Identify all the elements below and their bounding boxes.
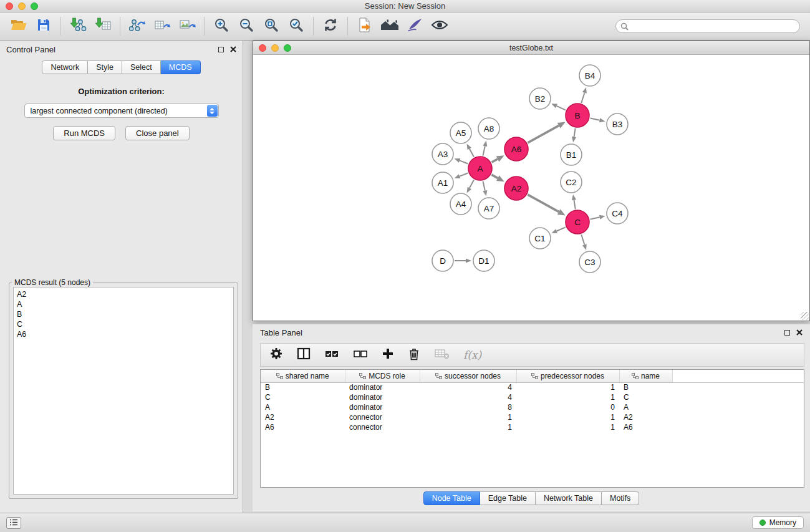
minimize-window-button[interactable] [18, 2, 26, 10]
network-canvas[interactable]: B4B2BB3A5A8A6B1A3AC2A1A2A4A7C4CC1C3DD1 [253, 55, 809, 321]
close-table-panel-icon[interactable] [796, 327, 803, 338]
graph-node-D1[interactable]: D1 [473, 250, 494, 271]
cell-name[interactable]: A [619, 402, 672, 412]
column-header-MCDS-role[interactable]: MCDS role [345, 370, 420, 382]
zoom-window-button[interactable] [31, 2, 38, 10]
import-table-from-file-button[interactable] [90, 15, 115, 37]
close-panel-icon[interactable] [230, 44, 236, 55]
graph-node-C4[interactable]: C4 [607, 203, 628, 224]
cell-predecessor-nodes[interactable]: 1 [516, 382, 619, 392]
graph-node-C1[interactable]: C1 [529, 228, 551, 249]
show-network-overview-button[interactable] [377, 15, 402, 37]
graph-node-B2[interactable]: B2 [529, 88, 551, 109]
graph-node-A3[interactable]: A3 [432, 143, 453, 165]
column-header-predecessor-nodes[interactable]: predecessor nodes [516, 370, 619, 382]
cell-successor-nodes[interactable]: 4 [420, 382, 516, 392]
function-builder-button[interactable]: f(x) [463, 349, 481, 361]
cell-shared-name[interactable]: A2 [261, 412, 345, 422]
column-header-successor-nodes[interactable]: successor nodes [420, 370, 516, 382]
graph-node-A[interactable]: A [468, 157, 492, 180]
column-header-name[interactable]: name [619, 370, 672, 382]
network-zoom-button[interactable] [284, 44, 291, 52]
zoom-in-button[interactable] [209, 15, 234, 37]
cell-shared-name[interactable]: B [261, 382, 345, 392]
delete-column-button[interactable] [408, 347, 420, 363]
export-table-button[interactable] [150, 15, 175, 37]
choose-columns-button[interactable] [297, 347, 311, 362]
cell-successor-nodes[interactable]: 4 [420, 392, 516, 402]
table-row[interactable]: A6connector11A6 [261, 422, 804, 432]
show-hide-panel-button[interactable] [427, 15, 452, 37]
export-image-button[interactable] [175, 15, 200, 37]
graph-node-A1[interactable]: A1 [432, 172, 453, 193]
tab-network-table[interactable]: Network Table [536, 491, 602, 505]
open-recent-session-button[interactable] [352, 15, 377, 37]
tab-select[interactable]: Select [122, 60, 161, 74]
graph-node-B1[interactable]: B1 [561, 144, 582, 165]
column-header-shared-name[interactable]: shared name [261, 370, 345, 382]
cell-predecessor-nodes[interactable]: 1 [516, 392, 619, 402]
deselect-all-rows-button[interactable] [353, 348, 368, 362]
node-table[interactable]: shared nameMCDS rolesuccessor nodesprede… [260, 369, 804, 488]
cell-predecessor-nodes[interactable]: 1 [516, 412, 619, 422]
result-list-item[interactable]: C [17, 319, 230, 329]
table-row[interactable]: Adominator80A [261, 402, 804, 412]
tab-motifs[interactable]: Motifs [602, 491, 639, 505]
graph-node-B3[interactable]: B3 [607, 114, 628, 135]
cell-successor-nodes[interactable]: 1 [420, 422, 516, 432]
cell-shared-name[interactable]: C [261, 392, 345, 402]
graph-node-A6[interactable]: A6 [504, 137, 528, 161]
result-list-item[interactable]: B [17, 309, 230, 319]
tab-edge-table[interactable]: Edge Table [480, 491, 536, 505]
graph-node-D[interactable]: D [432, 250, 453, 271]
result-list-item[interactable]: A2 [17, 289, 230, 299]
cell-shared-name[interactable]: A [261, 402, 345, 412]
graph-node-A5[interactable]: A5 [450, 122, 471, 143]
graph-node-C2[interactable]: C2 [561, 172, 582, 193]
memory-button[interactable]: Memory [752, 516, 804, 529]
task-history-button[interactable] [6, 517, 21, 529]
graph-node-A4[interactable]: A4 [450, 193, 471, 215]
cell-predecessor-nodes[interactable]: 1 [516, 422, 619, 432]
graph-node-A7[interactable]: A7 [478, 198, 499, 219]
tab-network[interactable]: Network [42, 60, 88, 74]
cell-successor-nodes[interactable]: 8 [420, 402, 516, 412]
cell-MCDS-role[interactable]: dominator [345, 392, 420, 402]
cell-name[interactable]: A6 [619, 422, 672, 432]
cell-name[interactable]: C [619, 392, 672, 402]
annotation-pen-button[interactable] [402, 15, 427, 37]
graph-node-A8[interactable]: A8 [478, 118, 499, 139]
result-list-item[interactable]: A [17, 299, 230, 309]
float-panel-icon[interactable] [218, 47, 224, 52]
graph-node-B[interactable]: B [566, 104, 589, 127]
tab-style[interactable]: Style [88, 60, 122, 74]
window-resize-grip[interactable] [801, 312, 809, 320]
cell-name[interactable]: B [619, 382, 672, 392]
graph-node-C[interactable]: C [566, 210, 589, 234]
cell-successor-nodes[interactable]: 1 [420, 412, 516, 422]
refresh-button[interactable] [318, 15, 343, 37]
zoom-selected-button[interactable] [284, 15, 309, 37]
tab-mcds[interactable]: MCDS [161, 60, 201, 74]
float-table-panel-icon[interactable] [784, 330, 790, 336]
close-panel-button[interactable]: Close panel [125, 126, 190, 140]
run-mcds-button[interactable]: Run MCDS [53, 126, 115, 140]
save-session-button[interactable] [31, 15, 56, 37]
cell-MCDS-role[interactable]: connector [345, 422, 420, 432]
network-minimize-button[interactable] [271, 44, 279, 52]
result-list-item[interactable]: A6 [17, 329, 230, 339]
cell-MCDS-role[interactable]: connector [345, 412, 420, 422]
zoom-out-button[interactable] [234, 15, 259, 37]
add-column-button[interactable] [382, 347, 394, 362]
tab-node-table[interactable]: Node Table [423, 491, 480, 505]
network-close-button[interactable] [259, 44, 266, 52]
graph-node-C3[interactable]: C3 [579, 251, 600, 273]
table-row[interactable]: Bdominator41B [261, 382, 804, 392]
delete-table-button[interactable] [434, 347, 450, 362]
cell-shared-name[interactable]: A6 [261, 422, 345, 432]
cell-MCDS-role[interactable]: dominator [345, 402, 420, 412]
criterion-dropdown[interactable]: largest connected component (directed) [24, 104, 219, 118]
cell-name[interactable]: A2 [619, 412, 672, 422]
open-session-button[interactable] [6, 15, 31, 37]
graph-node-A2[interactable]: A2 [504, 177, 528, 200]
